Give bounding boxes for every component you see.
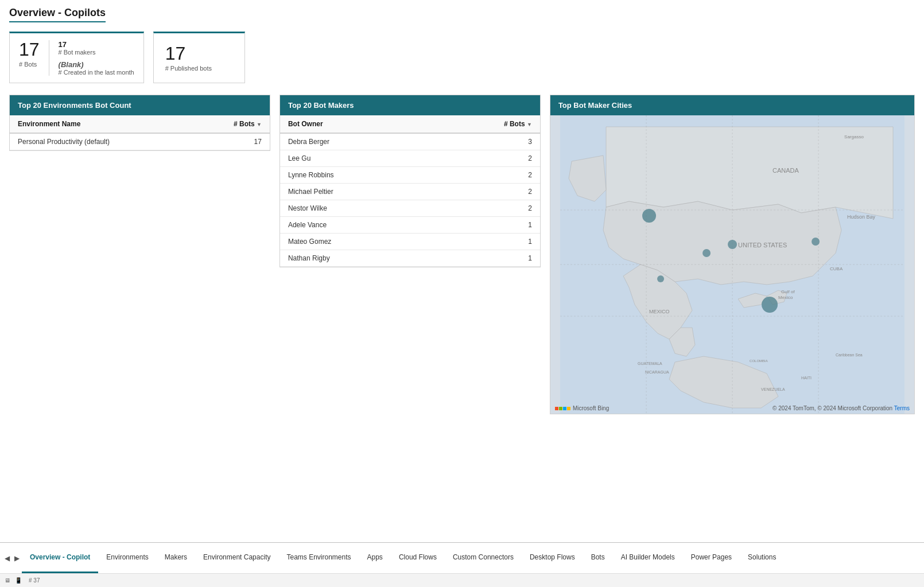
bot-maker-bots-cell: 2 (432, 150, 540, 167)
monitor-icon[interactable]: 🖥 (5, 577, 10, 584)
map-terms-link[interactable]: Terms (894, 405, 910, 411)
env-table: Environment Name # Bots ▼ Personal Produ… (10, 115, 270, 150)
table-row: Mateo Gomez1 (280, 234, 540, 250)
svg-text:Sargasso: Sargasso (844, 134, 864, 139)
svg-point-23 (728, 240, 737, 249)
created-label: # Created in the last month (59, 69, 134, 76)
map-attribution: Microsoft Bing (555, 405, 609, 411)
svg-text:HAITI: HAITI (801, 376, 812, 380)
svg-point-24 (812, 238, 820, 246)
table-row: Adele Vance1 (280, 217, 540, 234)
svg-text:GUATEMALA: GUATEMALA (638, 361, 662, 366)
env-table-header: Top 20 Environments Bot Count (10, 95, 270, 115)
bot-makers-col-bots: # Bots ▼ (432, 115, 540, 133)
bot-maker-bots-cell: 2 (432, 167, 540, 184)
tab-nav-prev[interactable]: ◀ (2, 543, 12, 573)
summary-row: 17 # Bots 17 # Bot makers (Blank) # Crea… (9, 32, 915, 83)
bots-side: 17 # Bot makers (Blank) # Created in the… (59, 40, 134, 76)
tab-apps[interactable]: Apps (359, 543, 391, 573)
env-name-cell: Personal Productivity (default) (10, 133, 194, 150)
bot-makers-number: 17 (59, 40, 134, 49)
svg-text:CUBA: CUBA (830, 266, 843, 271)
tables-row: Top 20 Environments Bot Count Environmen… (9, 95, 915, 414)
svg-text:Gulf of: Gulf of (781, 289, 795, 294)
bot-makers-side: 17 # Bot makers (59, 40, 134, 56)
bot-maker-bots-cell: 1 (432, 234, 540, 250)
main-content: Overview - Copilots 17 # Bots 17 # Bot m… (0, 0, 924, 542)
table-row: Michael Peltier2 (280, 184, 540, 200)
bot-maker-name-cell: Nathan Rigby (280, 250, 432, 267)
svg-point-21 (642, 209, 656, 223)
svg-text:UNITED STATES: UNITED STATES (738, 242, 787, 248)
bing-logo (555, 407, 570, 410)
published-bots-card: 17 # Published bots (153, 32, 245, 83)
tab-bar: ◀ ▶ Overview - CopilotEnvironmentsMakers… (0, 542, 924, 573)
svg-text:COLOMBIA: COLOMBIA (750, 359, 768, 363)
bot-makers-table-panel: Top 20 Bot Makers Bot Owner # Bots ▼ Deb… (279, 95, 541, 267)
bot-maker-name-cell: Lynne Robbins (280, 167, 432, 184)
bot-maker-bots-cell: 2 (432, 184, 540, 200)
bot-makers-table-header: Top 20 Bot Makers (280, 95, 540, 115)
bots-summary-card: 17 # Bots 17 # Bot makers (Blank) # Crea… (9, 32, 144, 83)
map-container: CANADA UNITED STATES MEXICO Gulf of Mexi… (550, 115, 914, 414)
tab-bots[interactable]: Bots (583, 543, 613, 573)
map-svg: CANADA UNITED STATES MEXICO Gulf of Mexi… (550, 115, 914, 414)
map-panel-header: Top Bot Maker Cities (550, 95, 914, 115)
bot-makers-sort-icon: ▼ (527, 122, 532, 127)
tab-ai-builder-models[interactable]: AI Builder Models (613, 543, 683, 573)
bots-count: 17 (19, 40, 40, 59)
tab-items-container: Overview - CopilotEnvironmentsMakersEnvi… (22, 543, 784, 573)
bot-maker-name-cell: Mateo Gomez (280, 234, 432, 250)
svg-text:Hudson Bay: Hudson Bay (847, 214, 876, 220)
table-row: Lynne Robbins2 (280, 167, 540, 184)
bot-maker-name-cell: Adele Vance (280, 217, 432, 234)
bots-label: # Bots (19, 61, 40, 68)
created-blank: (Blank) (59, 60, 134, 69)
svg-text:Mexico: Mexico (778, 295, 793, 300)
table-row: Nathan Rigby1 (280, 250, 540, 267)
env-col-name: Environment Name (10, 115, 194, 133)
tab-custom-connectors[interactable]: Custom Connectors (445, 543, 522, 573)
table-row: Personal Productivity (default)17 (10, 133, 270, 150)
svg-text:NICARAGUA: NICARAGUA (645, 370, 669, 374)
published-bots-label: # Published bots (165, 65, 233, 72)
env-table-header-row: Environment Name # Bots ▼ (10, 115, 270, 133)
env-col-bots: # Bots ▼ (194, 115, 270, 133)
bots-card-inner: 17 # Bots 17 # Bot makers (Blank) # Crea… (19, 40, 134, 76)
tablet-icon[interactable]: 📱 (15, 577, 22, 584)
bot-maker-bots-cell: 1 (432, 250, 540, 267)
bot-makers-header-row: Bot Owner # Bots ▼ (280, 115, 540, 133)
bottom-icons: 🖥 📱 (5, 577, 22, 584)
tab-environment-capacity[interactable]: Environment Capacity (195, 543, 278, 573)
tab-makers[interactable]: Makers (157, 543, 195, 573)
table-row: Lee Gu2 (280, 150, 540, 167)
published-bots-count: 17 (165, 44, 233, 63)
tab-environments[interactable]: Environments (98, 543, 156, 573)
table-row: Debra Berger3 (280, 133, 540, 150)
tab-power-pages[interactable]: Power Pages (683, 543, 740, 573)
bot-maker-bots-cell: 3 (432, 133, 540, 150)
svg-point-25 (657, 275, 664, 282)
bottom-bar: 🖥 📱 # 37 (0, 573, 924, 587)
svg-text:VENEZUELA: VENEZUELA (761, 387, 785, 391)
bot-maker-name-cell: Lee Gu (280, 150, 432, 167)
bots-main: 17 # Bots (19, 40, 49, 76)
tab-cloud-flows[interactable]: Cloud Flows (391, 543, 445, 573)
tab-teams-environments[interactable]: Teams Environments (278, 543, 359, 573)
tab-overview-copilot[interactable]: Overview - Copilot (22, 543, 98, 573)
tab-solutions[interactable]: Solutions (740, 543, 784, 573)
bot-makers-table: Bot Owner # Bots ▼ Debra Berger3Lee Gu2L… (280, 115, 540, 267)
page-title: Overview - Copilots (9, 7, 106, 22)
env-bots-cell: 17 (194, 133, 270, 150)
svg-text:CANADA: CANADA (772, 167, 799, 174)
svg-text:MEXICO: MEXICO (649, 309, 670, 314)
bing-text: Microsoft Bing (573, 405, 609, 411)
bot-maker-name-cell: Debra Berger (280, 133, 432, 150)
env-table-panel: Top 20 Environments Bot Count Environmen… (9, 95, 270, 151)
page-info: # 37 (29, 577, 40, 584)
table-row: Nestor Wilke2 (280, 200, 540, 217)
tab-desktop-flows[interactable]: Desktop Flows (522, 543, 583, 573)
tab-nav-next[interactable]: ▶ (12, 543, 22, 573)
bot-maker-name-cell: Michael Peltier (280, 184, 432, 200)
svg-point-22 (702, 249, 711, 257)
